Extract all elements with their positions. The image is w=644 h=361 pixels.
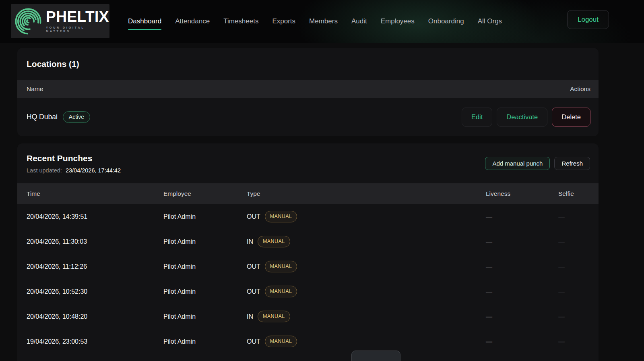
cell-liveness: — [486,313,558,320]
cell-selfie: — [558,238,590,245]
partial-popup[interactable] [351,351,400,361]
nav-item-employees[interactable]: Employees [381,0,415,43]
punch-type: IN [247,238,253,245]
column-time: Time [27,190,163,197]
cell-time: 20/04/2026, 14:39:51 [27,213,163,220]
locations-header: Locations (1) [17,48,599,80]
nav-item-attendance[interactable]: Attendance [175,0,210,43]
add-manual-punch-button[interactable]: Add manual punch [485,157,550,170]
main-nav: Dashboard Attendance Timesheets Exports … [128,0,502,43]
app-root: { "header": { "brand": { "name": "PHELTI… [0,0,644,361]
nav-label: All Orgs [478,17,502,25]
cell-type: OUT MANUAL [247,261,486,272]
cell-employee: Pilot Admin [163,338,247,345]
cell-time: 20/04/2026, 10:52:30 [27,288,163,295]
nav-item-onboarding[interactable]: Onboarding [428,0,464,43]
nav-label: Attendance [175,17,210,25]
nav-item-members[interactable]: Members [309,0,338,43]
cell-selfie: — [558,288,590,295]
cell-liveness: — [486,288,558,295]
delete-button[interactable]: Delete [552,108,590,127]
last-updated-label: Last updated: [27,167,62,174]
locations-panel: Locations (1) Name Actions HQ Dubai Acti… [17,48,599,136]
deactivate-button[interactable]: Deactivate [497,108,547,127]
nav-label: Employees [381,17,415,25]
table-row: 20/04/2026, 11:30:03 Pilot Admin IN MANU… [17,229,599,254]
cell-selfie: — [558,263,590,270]
manual-badge: MANUAL [265,286,297,297]
cell-type: OUT MANUAL [247,211,486,222]
punch-type: OUT [247,288,260,295]
last-updated-value: 23/04/2026, 17:44:42 [66,167,121,174]
table-row: 20/04/2026, 10:52:30 Pilot Admin OUT MAN… [17,279,599,304]
status-badge: Active [63,111,90,123]
nav-item-timesheets[interactable]: Timesheets [223,0,258,43]
cell-liveness: — [486,263,558,270]
cell-liveness: — [486,238,558,245]
punch-type: OUT [247,263,260,270]
cell-type: IN MANUAL [247,236,486,247]
punches-actions: Add manual punch Refresh [485,157,590,170]
column-liveness: Liveness [486,190,558,197]
table-row: 20/04/2026, 10:48:20 Pilot Admin IN MANU… [17,304,599,329]
nav-label: Audit [351,17,367,25]
punch-type: IN [247,313,253,320]
brand-tagline: YOUR DIGITAL MATTERS [46,26,109,33]
recent-punches-panel: Recent Punches Last updated: 23/04/2026,… [17,143,599,361]
cell-employee: Pilot Admin [163,238,247,245]
cell-selfie: — [558,313,590,320]
logout-button[interactable]: Logout [567,10,609,29]
location-actions: Edit Deactivate Delete [462,108,590,127]
locations-title: Locations (1) [27,59,79,69]
active-tab-underline [128,29,161,30]
cell-employee: Pilot Admin [163,213,247,220]
nav-item-all-orgs[interactable]: All Orgs [478,0,502,43]
cell-type: IN MANUAL [247,311,486,322]
nav-label: Onboarding [428,17,464,25]
column-selfie: Selfie [558,190,590,197]
cell-employee: Pilot Admin [163,313,247,320]
location-name: HQ Dubai [27,113,58,121]
refresh-button[interactable]: Refresh [554,157,590,170]
column-employee: Employee [163,190,247,197]
manual-badge: MANUAL [265,261,297,272]
nav-label: Exports [272,17,295,25]
cell-selfie: — [558,213,590,220]
table-row: 19/04/2026, 23:00:53 Pilot Admin OUT MAN… [17,329,599,354]
nav-label: Members [309,17,338,25]
cell-liveness: — [486,213,558,220]
locations-column-header: Name Actions [17,80,599,98]
cell-type: OUT MANUAL [247,286,486,297]
cell-time: 19/04/2026, 23:00:53 [27,338,163,345]
nav-label: Dashboard [128,17,161,25]
brand-logo[interactable]: PHELTIX YOUR DIGITAL MATTERS [11,4,109,38]
punch-type: OUT [247,338,260,345]
punch-type: OUT [247,213,260,220]
nav-item-audit[interactable]: Audit [351,0,367,43]
cell-selfie: — [558,338,590,345]
manual-badge: MANUAL [265,336,297,347]
table-row: 20/04/2026, 11:12:26 Pilot Admin OUT MAN… [17,254,599,279]
cell-time: 20/04/2026, 11:30:03 [27,238,163,245]
cell-time: 20/04/2026, 11:12:26 [27,263,163,270]
column-actions: Actions [570,85,590,93]
cell-type: OUT MANUAL [247,336,486,347]
nav-label: Timesheets [223,17,258,25]
manual-badge: MANUAL [265,211,297,222]
cell-liveness: — [486,338,558,345]
edit-button[interactable]: Edit [462,108,492,127]
brand-text: PHELTIX YOUR DIGITAL MATTERS [46,9,109,33]
cell-employee: Pilot Admin [163,288,247,295]
cell-employee: Pilot Admin [163,263,247,270]
cell-time: 20/04/2026, 10:48:20 [27,313,163,320]
punches-table-header: Time Employee Type Liveness Selfie [17,183,599,204]
manual-badge: MANUAL [258,236,290,247]
nav-item-dashboard[interactable]: Dashboard [128,0,161,43]
location-row: HQ Dubai Active Edit Deactivate Delete [17,98,599,136]
table-row: 20/04/2026, 14:39:51 Pilot Admin OUT MAN… [17,204,599,229]
column-type: Type [247,190,486,197]
punches-table-body: 20/04/2026, 14:39:51 Pilot Admin OUT MAN… [17,204,599,354]
brand-name: PHELTIX [46,9,109,24]
manual-badge: MANUAL [258,311,290,322]
nav-item-exports[interactable]: Exports [272,0,295,43]
